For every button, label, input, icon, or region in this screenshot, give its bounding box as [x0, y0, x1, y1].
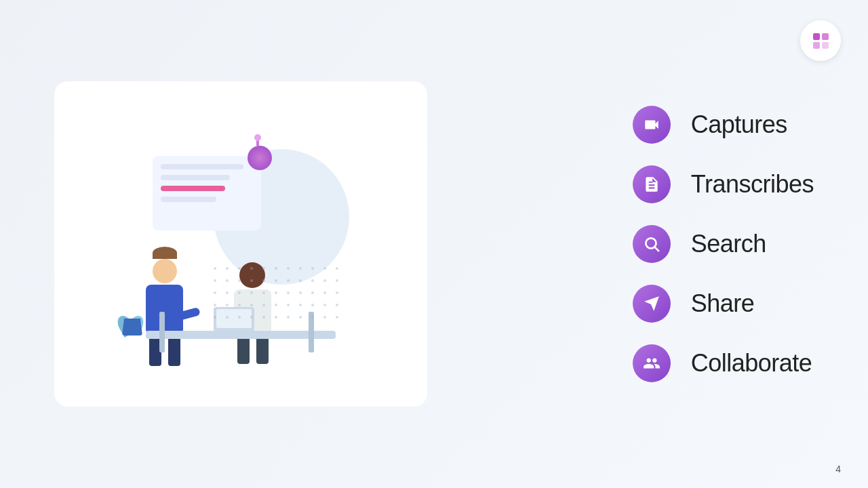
- whiteboard: [153, 156, 261, 230]
- dot: [226, 291, 229, 294]
- robot-figure: [248, 146, 272, 170]
- dot: [275, 304, 277, 306]
- illustration-panel: // Generate dots document.currentScript.…: [54, 81, 427, 407]
- share-icon: [643, 295, 660, 312]
- illustration: // Generate dots document.currentScript.…: [112, 129, 370, 359]
- dot: [275, 267, 277, 270]
- dot: [275, 279, 277, 282]
- dot: [238, 304, 241, 306]
- feature-item-transcribes: Transcribes: [633, 165, 814, 203]
- page-number: 4: [835, 464, 841, 474]
- dot: [226, 267, 229, 270]
- feature-icon-circle-collaborate: [633, 344, 671, 382]
- dot: [250, 304, 253, 306]
- dot: [311, 279, 314, 282]
- dot: [262, 279, 265, 282]
- dot: [214, 279, 216, 282]
- plant: [122, 319, 142, 336]
- dot: [336, 267, 338, 270]
- dot: [299, 279, 302, 282]
- dot: [214, 316, 216, 319]
- people-icon: [643, 354, 660, 372]
- dot: [250, 291, 253, 294]
- dot: [299, 291, 302, 294]
- page-container: 4: [0, 0, 868, 488]
- feature-label-share: Share: [691, 289, 755, 318]
- logo: [800, 20, 841, 61]
- dot: [275, 316, 277, 319]
- dot: [336, 279, 338, 282]
- document-icon: [643, 176, 660, 193]
- search-icon: [643, 235, 660, 253]
- logo-icon: [813, 33, 829, 49]
- dot: [311, 267, 314, 270]
- dot: [226, 316, 229, 319]
- feature-icon-circle-transcribes: [633, 165, 671, 203]
- video-camera-icon: [643, 116, 660, 134]
- dot: [250, 279, 253, 282]
- dot: [262, 316, 265, 319]
- dot: [226, 279, 229, 282]
- dot: [311, 291, 314, 294]
- feature-item-share: Share: [633, 285, 814, 323]
- dot: [238, 267, 241, 270]
- feature-label-transcribes: Transcribes: [691, 170, 814, 199]
- dot: [238, 291, 241, 294]
- svg-line-1: [655, 247, 659, 251]
- feature-label-collaborate: Collaborate: [691, 349, 812, 378]
- dot: [287, 267, 290, 270]
- dot: [299, 304, 302, 306]
- feature-item-captures: Captures: [633, 106, 814, 144]
- dot: [262, 267, 265, 270]
- dot: [336, 316, 338, 319]
- features-list: Captures Transcribes: [592, 106, 814, 382]
- person1-hair: [153, 247, 177, 259]
- dot: [250, 267, 253, 270]
- dot: [214, 267, 216, 270]
- dot: [336, 291, 338, 294]
- dot: [226, 304, 229, 306]
- dot: [262, 304, 265, 306]
- dot: [299, 316, 302, 319]
- dots-pattern: // Generate dots document.currentScript.…: [214, 267, 345, 325]
- feature-item-collaborate: Collaborate: [633, 344, 814, 382]
- dot: [323, 316, 326, 319]
- desk-surface: [146, 331, 336, 339]
- dot: [311, 316, 314, 319]
- dot: [323, 267, 326, 270]
- feature-icon-circle-share: [633, 285, 671, 323]
- desk-leg-left: [159, 312, 165, 352]
- person1-head: [153, 259, 177, 283]
- plant-pot: [122, 319, 142, 336]
- person1-arm: [172, 307, 201, 322]
- dot: [214, 291, 216, 294]
- dot: [262, 291, 265, 294]
- svg-point-0: [646, 238, 656, 248]
- dot: [323, 279, 326, 282]
- feature-label-search: Search: [691, 230, 766, 258]
- robot-antenna: [256, 138, 259, 146]
- feature-item-search: Search: [633, 225, 814, 263]
- dot: [287, 304, 290, 306]
- dot: [323, 304, 326, 306]
- robot-head: [248, 146, 272, 170]
- dot: [275, 291, 277, 294]
- dot: [238, 316, 241, 319]
- dot: [287, 316, 290, 319]
- feature-icon-circle-search: [633, 225, 671, 263]
- dot: [336, 304, 338, 306]
- dot: [214, 304, 216, 306]
- dot: [238, 279, 241, 282]
- dot: [287, 279, 290, 282]
- dot: [323, 291, 326, 294]
- feature-icon-circle-captures: [633, 106, 671, 144]
- dot: [299, 267, 302, 270]
- dot: [250, 316, 253, 319]
- dot: [287, 291, 290, 294]
- feature-label-captures: Captures: [691, 110, 787, 139]
- dot: [311, 304, 314, 306]
